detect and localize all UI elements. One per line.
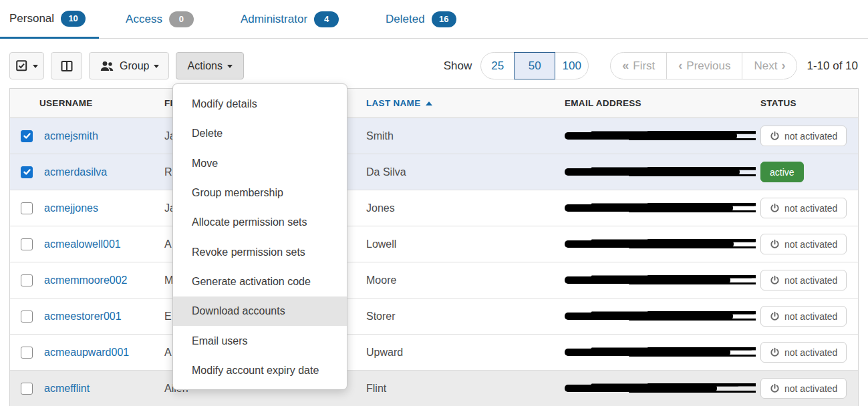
row-checkbox[interactable]: [21, 383, 33, 395]
status-badge: not activated: [760, 198, 847, 218]
user-management-page: Personal 10 Access 0 Administrator 4 Del…: [0, 0, 868, 406]
email-cell: [560, 202, 756, 214]
chevron-down-icon: [227, 65, 233, 68]
redacted-email-bar: [565, 132, 737, 140]
row-checkbox[interactable]: [21, 274, 33, 286]
row-checkbox[interactable]: [21, 238, 33, 250]
menu-item[interactable]: Delete: [173, 119, 347, 148]
tab-label: Administrator: [241, 13, 307, 26]
previous-page-label: Previous: [686, 59, 730, 73]
row-checkbox-cell: [10, 202, 39, 214]
table-header-row: USERNAME FIRST NAME LAST NAME EMAIL ADDR…: [10, 89, 858, 118]
table-row: acmefflint Allen Flint not activated: [10, 371, 858, 406]
last-name-cell: Flint: [361, 383, 560, 395]
group-button[interactable]: Group: [89, 52, 169, 79]
email-cell: [560, 347, 756, 359]
page-size-option-25[interactable]: 25: [481, 53, 514, 79]
menu-item[interactable]: Modify account expiry date: [173, 356, 347, 385]
checkbox-check-icon: [15, 59, 28, 72]
last-name-cell: Upward: [361, 347, 560, 359]
status-badge: not activated: [760, 342, 847, 363]
row-checkbox[interactable]: [21, 202, 33, 214]
menu-item[interactable]: Allocate permission sets: [173, 208, 347, 237]
columns-button[interactable]: [51, 52, 82, 79]
username-link[interactable]: acmeaupward001: [44, 347, 129, 358]
status-badge: not activated: [760, 378, 847, 399]
username-link[interactable]: acmealowell001: [44, 238, 121, 250]
page-size-group: 25 50 100: [480, 52, 589, 79]
pagination-controls: Show 25 50 100 « First ‹ Previous Next ›…: [444, 52, 858, 79]
status-cell: not activated: [756, 234, 858, 254]
power-icon: [770, 311, 780, 321]
status-cell: not activated: [756, 378, 858, 399]
last-name-cell: Storer: [361, 311, 560, 323]
status-cell: not activated: [756, 342, 858, 363]
column-header-username[interactable]: USERNAME: [39, 98, 160, 108]
column-header-status[interactable]: STATUS: [756, 98, 858, 108]
row-checkbox-cell: [10, 383, 39, 395]
power-icon: [770, 131, 780, 141]
status-badge-label: not activated: [784, 347, 837, 358]
username-link[interactable]: acmeestorer001: [44, 311, 122, 322]
status-badge-label: not activated: [784, 311, 837, 322]
column-header-last-name-label: LAST NAME: [366, 98, 420, 108]
row-checkbox[interactable]: [21, 130, 33, 142]
status-cell: active: [756, 162, 858, 182]
menu-item[interactable]: Modify details: [173, 89, 347, 119]
email-cell: [560, 130, 756, 142]
power-icon: [770, 275, 780, 285]
redacted-email-bar: [565, 313, 733, 320]
actions-button-label: Actions: [187, 60, 222, 72]
select-all-dropdown-button[interactable]: [9, 52, 44, 79]
page-size-option-50[interactable]: 50: [514, 52, 555, 79]
table-body: acmejsmith Ja Smith not activated: [10, 118, 858, 406]
result-range-text: 1-10 of 10: [807, 59, 858, 73]
first-page-label: First: [633, 59, 655, 73]
previous-page-button[interactable]: ‹ Previous: [666, 53, 742, 79]
redacted-email-bar: [565, 349, 730, 356]
next-page-button[interactable]: Next ›: [742, 53, 797, 79]
table-row: acmeaupward001 A Upward not activated: [10, 335, 858, 371]
menu-item[interactable]: Group membership: [173, 178, 347, 208]
column-header-last-name[interactable]: LAST NAME: [361, 98, 560, 108]
menu-item[interactable]: Email users: [173, 326, 347, 355]
username-link[interactable]: acmefflint: [44, 383, 90, 394]
menu-item[interactable]: Download accounts: [173, 296, 347, 326]
username-link[interactable]: acmerdasilva: [44, 166, 107, 178]
email-cell: [560, 238, 756, 250]
power-icon: [770, 347, 780, 357]
username-link[interactable]: acmejjones: [44, 202, 98, 214]
next-page-label: Next: [754, 59, 777, 73]
columns-icon: [60, 59, 74, 73]
tab-access[interactable]: Access 0: [116, 0, 207, 38]
status-badge: not activated: [760, 234, 847, 254]
last-name-cell: Smith: [361, 130, 560, 142]
username-link[interactable]: acmejsmith: [44, 130, 98, 142]
menu-item[interactable]: Generate activation code: [173, 267, 347, 296]
status-badge: not activated: [760, 126, 847, 146]
page-size-option-100[interactable]: 100: [555, 53, 588, 79]
row-checkbox[interactable]: [21, 347, 33, 359]
sort-ascending-icon: [426, 102, 432, 106]
tab-personal[interactable]: Personal 10: [0, 0, 99, 39]
chevron-left-icon: ‹: [678, 59, 682, 73]
tab-administrator[interactable]: Administrator 4: [231, 0, 352, 38]
actions-button[interactable]: Actions: [176, 52, 243, 79]
menu-item[interactable]: Move: [173, 149, 347, 178]
tab-deleted[interactable]: Deleted 16: [376, 0, 470, 38]
username-link[interactable]: acmemmoore002: [44, 274, 128, 286]
status-badge-label: not activated: [784, 239, 837, 250]
status-cell: not activated: [756, 126, 858, 146]
last-name-cell: Lowell: [361, 238, 560, 250]
status-badge-label: not activated: [784, 203, 837, 214]
row-checkbox[interactable]: [21, 311, 33, 323]
tab-label: Access: [126, 13, 162, 26]
first-page-button[interactable]: « First: [611, 53, 666, 79]
email-cell: [560, 383, 756, 395]
menu-item[interactable]: Revoke permission sets: [173, 237, 347, 266]
status-badge-label: not activated: [784, 131, 837, 142]
redacted-email-bar: [565, 240, 734, 248]
column-header-email[interactable]: EMAIL ADDRESS: [560, 98, 756, 108]
row-checkbox[interactable]: [21, 166, 33, 178]
pager-group: « First ‹ Previous Next ›: [610, 52, 797, 79]
